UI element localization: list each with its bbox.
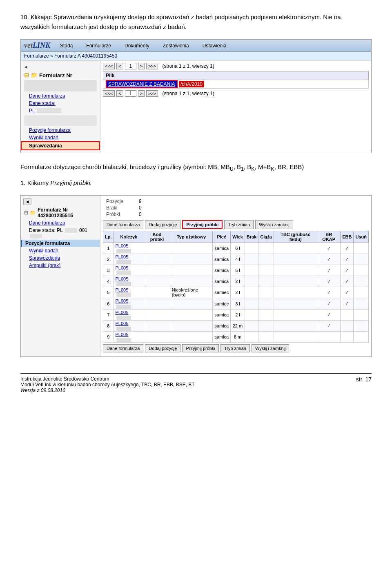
nav-page-input[interactable] [125,63,136,69]
nav-controls-top: <<< < > >>> (strona 1 z 1, wierszy 1) [103,63,369,69]
tree2-wyniki[interactable]: Wyniki badań [21,247,100,254]
table-cell [170,254,213,265]
tree-dane-stada[interactable]: Dane stada: [21,100,100,107]
table-cell[interactable]: PL005 [114,276,144,287]
nav-page-info-2: (strona 1 z 1, wierszy 1) [162,91,214,96]
summary-pozycje-val: 9 [136,198,145,205]
logo-vet: vet [24,41,33,49]
table-cell: 3 [103,265,114,276]
folder-minus-icon: ⊟ [24,210,28,216]
table-cell: 5 l [231,265,245,276]
col-br: BR OKAP [317,231,341,243]
table-row: 9PL005samica8 m [103,331,369,342]
table-cell [317,331,341,342]
tree2-sprawozdania[interactable]: Sprawozdania [21,254,100,262]
action-bar-top: Dane formularza Dodaj pozycję Przyjmij p… [103,220,369,229]
col-brak: Brak [245,231,258,243]
titlebar-1: vetLINK Stada Formularze Dokumenty Zesta… [21,40,371,52]
table-cell [354,309,369,320]
table-cell [354,298,369,309]
col-lp: Lp. [103,231,114,243]
nav-stada[interactable]: Stada [58,42,74,49]
nav-formularze[interactable]: Formularze [85,42,113,49]
table-cell[interactable]: PL005 [114,298,144,309]
nav-next-btn-2[interactable]: > [138,90,145,97]
collapse-btn-2[interactable]: ◄ [23,198,31,205]
table-cell[interactable]: PL005 [114,320,144,331]
nav-first-btn[interactable]: <<< [103,63,115,69]
tree2-dane-stada: Dane stada: PL 001 [21,227,100,240]
btn-przyjmij-probki-2[interactable]: Przyjmij próbki [182,344,219,352]
col-plec: Płeć [213,231,231,243]
vetlink-window-1: vetLINK Stada Formularze Dokumenty Zesta… [20,39,372,153]
btn-dodaj-pozycje[interactable]: Dodaj pozycję [145,220,180,229]
table-cell: 2 l [231,287,245,298]
btn-dodaj-pozycje-2[interactable]: Dodaj pozycję [145,344,180,352]
nav-dokumenty[interactable]: Dokumenty [123,42,151,49]
nav-first-btn-2[interactable]: <<< [103,90,115,97]
table-cell [144,287,170,298]
blurred-image-2 [24,115,97,126]
table-cell: ✓ [341,243,354,254]
table-cell[interactable]: PL005 [114,309,144,320]
summary-braki-label: Braki [103,205,136,211]
tree2-pozycje: Pozycje formularza [21,240,100,247]
table-cell[interactable]: PL005 [114,287,144,298]
tree2-dane-formularza[interactable]: Dane formularza [21,219,100,227]
table-cell [258,243,274,254]
table-cell: 6 l [231,243,245,254]
nav-zestawienia[interactable]: Zestawienia [161,42,191,49]
summary-pozycje-label: Pozycje [103,198,136,205]
sprawozdanie-link[interactable]: SPRAWOZDANIE Z BADANIA [106,80,178,88]
nav-page-input-2[interactable] [125,90,136,97]
col-usun: Usuń [354,231,369,243]
table-cell [274,331,317,342]
btn-tryb-zmian[interactable]: Tryb zmian [224,220,254,229]
tree-wyniki[interactable]: Wyniki badań [21,134,100,141]
table-cell[interactable]: PL005 [114,265,144,276]
btn-wyslij-zamknij-2[interactable]: Wyślij i zamknij [252,344,289,352]
table-cell [354,265,369,276]
btn-przyjmij-probki[interactable]: Przyjmij próbki [182,220,223,229]
nav-prev-btn[interactable]: < [116,63,123,69]
table-cell[interactable]: PL005 [114,331,144,342]
nav-last-btn[interactable]: >>> [146,63,158,69]
blurred-stada [37,108,61,113]
btn-wyslij-zamknij[interactable]: Wyślij i zamknij [255,220,293,229]
table-cell: 3 l [231,298,245,309]
summary-probki-label: Próbki [103,211,136,218]
collapse-btn-1[interactable]: ◄ [21,63,100,71]
file-suffix: /chA/2010 [179,81,204,87]
table-cell [170,243,213,254]
table-row: 5PL005Nieokreślone (bydło)samiec2 l✓✓ [103,287,369,298]
nav-prev-btn-2[interactable]: < [116,90,123,97]
table-cell: ✓ [317,287,341,298]
form-title-2: Formularz Nr 4428001235515 [38,207,97,218]
tree2-ampulki[interactable]: Ampułki (brak) [21,262,100,269]
footer-line1: Instrukcja Jednolite Środowisko Centrum [20,376,372,382]
nav-last-btn-2[interactable]: >>> [146,90,158,97]
tree-sprawozdania[interactable]: Sprawozdania [21,141,100,150]
table-cell: samica [213,243,231,254]
tree-pozycje[interactable]: Pozycje formularza [21,127,100,134]
table-cell [354,254,369,265]
tree-pl-link[interactable]: PL [29,108,35,114]
table-cell [258,287,274,298]
col-tbc: TBC (grubość fałdu) [274,231,317,243]
table-cell [170,265,213,276]
nav-next-btn[interactable]: > [138,63,145,69]
btn-dane-formularza[interactable]: Dane formularza [103,220,143,229]
folder-icon-2: 📁 [30,210,36,216]
nav-ustawienia[interactable]: Ustawienia [201,42,228,49]
table-cell [245,320,258,331]
btn-dane-formularza-2[interactable]: Dane formularza [103,344,143,352]
table-cell: ✓ [341,254,354,265]
table-cell[interactable]: PL005 [114,254,144,265]
file-cell: SPRAWOZDANIE Z BADANIA /chA/2010 [103,80,369,89]
col-wiek: Wiek [231,231,245,243]
table-cell[interactable]: PL005 [114,243,144,254]
tree-dane-formularza[interactable]: Dane formularza [21,92,100,100]
btn-tryb-zmian-2[interactable]: Tryb zmian [220,344,250,352]
table-cell [258,331,274,342]
blurred-stada-3 [30,234,42,238]
